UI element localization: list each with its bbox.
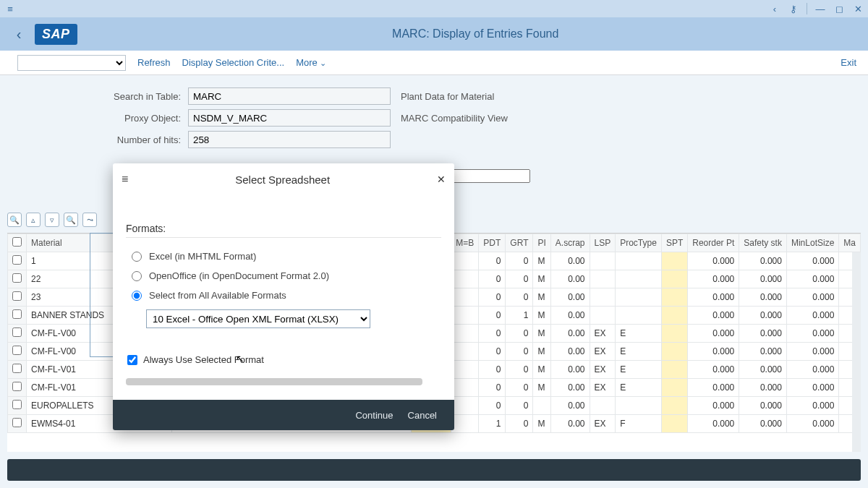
row-checkbox[interactable] [12,400,22,409]
more-menu[interactable]: More [296,57,326,68]
always-use-checkbox[interactable] [127,355,137,365]
row-checkbox[interactable] [12,328,22,337]
search-table-desc: Plant Data for Material [401,91,494,102]
radio-excel-mhtml[interactable]: Excel (in MHTML Format) [126,247,441,266]
status-bar [7,459,861,481]
col-grt[interactable]: GRT [506,234,533,252]
col-reorder[interactable]: Reorder Pt [688,234,739,252]
col-lsp[interactable]: LSP [590,234,616,252]
window-titlebar: ≡ ‹ ⚷ — ◻ ✕ [0,0,868,17]
row-checkbox[interactable] [12,418,22,427]
radio-all-label: Select from All Available Formats [149,290,286,301]
radio-openoffice-label: OpenOffice (in OpenDocument Format 2.0) [149,270,329,281]
search-table-label: Search in Table: [0,91,188,102]
grid-toolbar: 🔍 ▵ ▿ 🔍 ⤳ [7,213,97,227]
format-dropdown[interactable]: 10 Excel - Office Open XML Format (XLSX) [146,309,370,328]
back-button[interactable]: ‹ [9,26,29,43]
page-title: MARC: Display of Entries Found [92,27,859,40]
minimize-icon[interactable]: — [814,3,826,14]
details-icon[interactable]: 🔍 [7,213,22,227]
proxy-input[interactable] [188,109,391,127]
app-header: ‹ SAP MARC: Display of Entries Found [0,17,868,51]
col-minlot[interactable]: MinLotSize [786,234,838,252]
dialog-close-icon[interactable]: ✕ [437,174,446,185]
dialog-horizontal-scrollbar[interactable] [126,378,422,385]
col-pdt[interactable]: PDT [479,234,506,252]
formats-heading: Formats: [126,223,441,238]
hits-input[interactable] [188,131,391,148]
separator [807,3,807,14]
row-checkbox[interactable] [12,273,22,283]
search-table-input[interactable] [188,87,391,105]
always-use-label: Always Use Selected Format [143,354,264,365]
cancel-button[interactable]: Cancel [408,410,437,421]
toolbar: Refresh Display Selection Crite... More … [0,51,868,75]
vertical-scrollbar[interactable] [852,252,861,452]
row-checkbox[interactable] [12,364,22,373]
col-proctype[interactable]: ProcType [616,234,662,252]
refresh-link[interactable]: Refresh [137,57,171,68]
proxy-desc: MARC Compatibility View [401,113,508,124]
col-safety[interactable]: Safety stk [739,234,787,252]
display-selection-link[interactable]: Display Selection Crite... [182,57,285,68]
hits-label: Number of hits: [0,134,188,145]
continue-button[interactable]: Continue [355,410,393,421]
sort-asc-icon[interactable]: ▵ [26,213,41,227]
radio-openoffice[interactable]: OpenOffice (in OpenDocument Format 2.0) [126,266,441,286]
row-checkbox[interactable] [12,346,22,355]
lock-open-icon[interactable]: ⚷ [788,3,799,14]
col-spt[interactable]: SPT [661,234,687,252]
sap-logo: SAP [35,24,77,45]
dialog-menu-icon[interactable]: ≡ [122,173,128,186]
always-use-checkbox-row[interactable]: Always Use Selected Format [126,354,441,365]
col-ma[interactable]: Ma [839,234,861,252]
exit-link[interactable]: Exit [841,57,856,68]
col-select[interactable] [8,234,27,252]
hamburger-icon[interactable]: ≡ [4,3,16,14]
form-area: Search in Table: Plant Data for Material… [0,75,868,156]
sort-desc-icon[interactable]: ▿ [45,213,59,227]
find-next-icon[interactable]: ⤳ [82,213,97,227]
select-all-checkbox[interactable] [12,237,22,247]
prev-icon[interactable]: ‹ [769,3,780,14]
row-checkbox[interactable] [12,309,22,319]
col-mb[interactable]: M=B [451,234,479,252]
row-checkbox[interactable] [12,291,22,301]
row-checkbox[interactable] [12,255,22,265]
radio-all-formats[interactable]: Select from All Available Formats [126,286,441,305]
col-pi[interactable]: PI [533,234,550,252]
command-select[interactable] [17,55,126,71]
maximize-icon[interactable]: ◻ [833,3,845,14]
close-window-icon[interactable]: ✕ [852,3,864,14]
select-spreadsheet-dialog: ≡ Select Spreadsheet ✕ Formats: Excel (i… [113,163,454,430]
radio-excel-label: Excel (in MHTML Format) [149,251,256,262]
dialog-title: Select Spreadsheet [128,174,437,186]
row-checkbox[interactable] [12,382,22,391]
find-icon[interactable]: 🔍 [64,213,78,227]
col-ascrap[interactable]: A.scrap [550,234,590,252]
proxy-label: Proxy Object: [0,113,188,124]
